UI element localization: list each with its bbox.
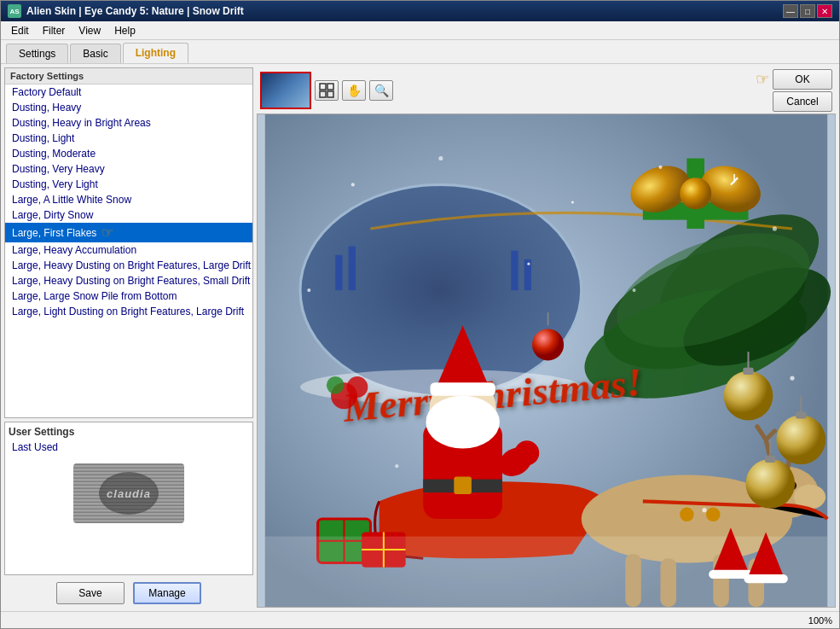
svg-point-65 (658, 166, 662, 169)
cancel-button[interactable]: Cancel (773, 91, 832, 112)
svg-rect-50 (743, 368, 753, 375)
ok-button[interactable]: OK (773, 69, 832, 90)
toolbar-left: ✋ 🔍 (260, 72, 393, 109)
ok-area: ☞ OK (756, 69, 832, 90)
save-button[interactable]: Save (56, 582, 125, 604)
title-bar: AS Alien Skin | Eye Candy 5: Nature | Sn… (1, 1, 839, 21)
tabs-bar: Settings Basic Lighting (1, 40, 839, 64)
svg-point-67 (307, 288, 310, 292)
list-item-dusting-very-heavy[interactable]: Dusting, Very Heavy (5, 161, 252, 177)
user-settings-label: User Settings (9, 426, 249, 438)
christmas-scene-svg: Merry Christmas! (258, 114, 835, 607)
list-item-large-heavy-dusting-bright-large[interactable]: Large, Heavy Dusting on Bright Features,… (5, 258, 252, 273)
app-icon: AS (8, 4, 21, 18)
main-window: AS Alien Skin | Eye Candy 5: Nature | Sn… (0, 0, 840, 629)
svg-point-63 (438, 156, 443, 160)
zoom-level: 100% (808, 615, 832, 626)
title-bar-left: AS Alien Skin | Eye Candy 5: Nature | Sn… (8, 4, 244, 18)
ok-hand-icon: ☞ (756, 70, 769, 89)
preview-canvas: Merry Christmas! (257, 114, 836, 608)
left-panel: Factory Settings Factory Default Dusting… (1, 64, 257, 611)
settings-list-header: Factory Settings (5, 68, 252, 84)
svg-rect-1 (327, 84, 333, 90)
tab-lighting[interactable]: Lighting (123, 43, 188, 63)
claudia-logo: claudia (73, 463, 184, 523)
svg-point-71 (395, 464, 398, 468)
status-bar: 100% (1, 611, 839, 628)
svg-point-32 (426, 396, 500, 449)
list-item-large-heavy-dusting-bright-small[interactable]: Large, Heavy Dusting on Bright Features,… (5, 273, 252, 288)
pan-button[interactable]: ✋ (342, 80, 366, 101)
svg-point-55 (745, 459, 795, 509)
preview-thumbnail (260, 72, 311, 109)
svg-point-49 (724, 371, 773, 421)
minimize-button[interactable]: — (783, 4, 798, 18)
list-item-dusting-moderate[interactable]: Dusting, Moderate (5, 146, 252, 161)
svg-rect-31 (430, 382, 495, 395)
settings-list-container: Factory Settings Factory Default Dusting… (4, 67, 253, 418)
tab-basic[interactable]: Basic (70, 44, 120, 63)
menu-view[interactable]: View (72, 23, 107, 38)
svg-point-72 (702, 508, 706, 512)
menubar: Edit Filter View Help (1, 21, 839, 40)
last-used-item[interactable]: Last Used (9, 440, 249, 455)
top-right-area: ☞ OK Cancel (756, 69, 832, 112)
svg-point-64 (571, 201, 574, 203)
bottom-buttons: Save Manage (4, 579, 253, 608)
svg-point-68 (527, 263, 530, 265)
right-panel: ✋ 🔍 ☞ OK Cancel (257, 64, 839, 611)
svg-rect-34 (454, 477, 472, 495)
menu-help[interactable]: Help (107, 23, 142, 38)
list-item-dusting-heavy-bright[interactable]: Dusting, Heavy in Bright Areas (5, 115, 252, 131)
list-item-dusting-very-light[interactable]: Dusting, Very Light (5, 177, 252, 192)
svg-point-52 (776, 415, 826, 464)
hand-tool-icon: ✋ (347, 84, 362, 97)
close-button[interactable]: ✕ (817, 4, 832, 18)
svg-point-47 (706, 508, 720, 521)
zoom-icon: 🔍 (374, 84, 389, 97)
svg-rect-2 (320, 91, 326, 97)
window-controls: — □ ✕ (783, 4, 832, 18)
svg-point-28 (327, 376, 345, 394)
maximize-button[interactable]: □ (800, 4, 815, 18)
main-area: Factory Settings Factory Default Dusting… (1, 64, 839, 611)
hand-indicator-icon: ☞ (101, 224, 113, 241)
list-item-large-first-flakes[interactable]: Large, First Flakes ☞ (5, 223, 252, 242)
svg-point-69 (632, 288, 635, 292)
list-item-large-light-dusting-bright-large[interactable]: Large, Light Dusting on Bright Features,… (5, 304, 252, 319)
user-settings-box: User Settings Last Used claudia (4, 422, 253, 575)
svg-rect-10 (511, 251, 518, 290)
svg-point-36 (514, 440, 539, 465)
list-item-large-heavy-accumulation[interactable]: Large, Heavy Accumulation (5, 242, 252, 258)
svg-rect-75 (744, 574, 788, 583)
svg-point-62 (351, 183, 355, 186)
svg-point-46 (680, 508, 693, 521)
zoom-fit-icon (319, 83, 334, 98)
menu-filter[interactable]: Filter (36, 23, 72, 38)
list-item-dusting-light[interactable]: Dusting, Light (5, 131, 252, 146)
list-item-dusting-heavy[interactable]: Dusting, Heavy (5, 100, 252, 115)
zoom-fit-button[interactable] (315, 80, 339, 101)
svg-rect-0 (320, 84, 326, 90)
svg-point-27 (347, 376, 368, 398)
svg-point-58 (532, 329, 564, 360)
list-item-large-snow-pile-bottom[interactable]: Large, Large Snow Pile from Bottom (5, 288, 252, 304)
toolbar-row: ✋ 🔍 ☞ OK Cancel (257, 67, 836, 114)
tab-settings[interactable]: Settings (6, 44, 68, 63)
svg-point-66 (773, 226, 777, 230)
window-title: Alien Skin | Eye Candy 5: Nature | Snow … (26, 5, 244, 17)
zoom-button[interactable]: 🔍 (369, 80, 393, 101)
manage-button[interactable]: Manage (133, 582, 201, 604)
menu-edit[interactable]: Edit (4, 23, 36, 38)
list-item-factory-default[interactable]: Factory Default (5, 84, 252, 100)
svg-rect-9 (349, 247, 356, 291)
svg-rect-3 (327, 91, 333, 97)
svg-point-70 (790, 376, 794, 381)
svg-rect-53 (796, 411, 806, 418)
list-item-large-a-little-white-snow[interactable]: Large, A Little White Snow (5, 192, 252, 207)
settings-list-scroll[interactable]: Factory Default Dusting, Heavy Dusting, … (5, 84, 252, 417)
svg-point-22 (680, 178, 711, 209)
list-item-large-dirty-snow[interactable]: Large, Dirty Snow (5, 207, 252, 223)
svg-rect-8 (335, 255, 342, 290)
svg-rect-56 (765, 456, 775, 463)
